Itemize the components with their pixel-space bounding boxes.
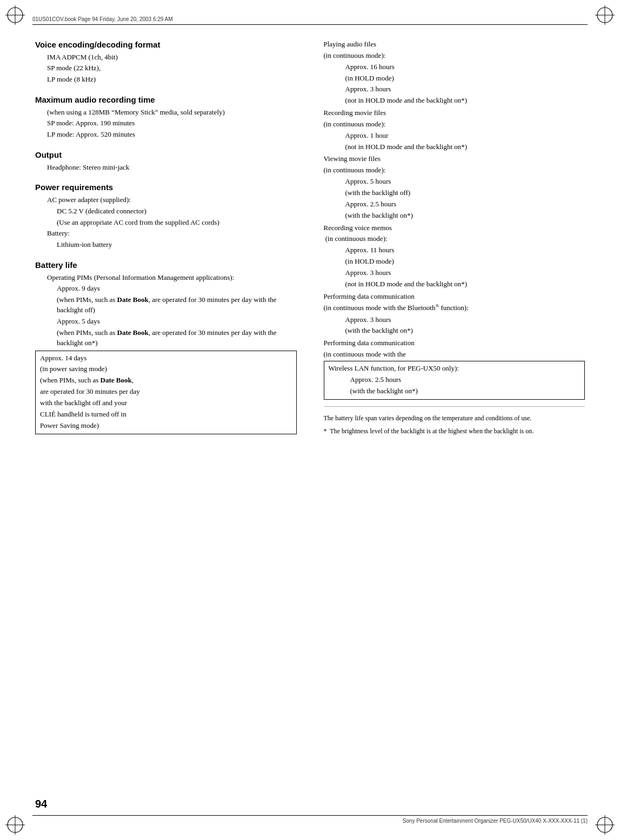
power-item-3: (Use an appropriate AC cord from the sup… <box>35 218 297 228</box>
section-power-title: Power requirements <box>35 182 297 193</box>
box-line-4: are operated for 30 minutes per day <box>40 387 292 397</box>
box-line-5: with the backlight off and your <box>40 398 292 408</box>
recording-voice-item-3: Approx. 3 hours <box>324 268 585 278</box>
voice-item-1: IMA ADPCM (1ch, 4bit) <box>35 52 297 63</box>
header-bar: 01US01COV.book Page 94 Friday, June 20, … <box>32 15 588 25</box>
left-column: Voice encoding/decoding format IMA ADPCM… <box>35 35 305 805</box>
footer-battery-note: The battery life span varies depending o… <box>324 413 585 423</box>
recording-movie-mode: (in continuous mode): <box>324 119 585 130</box>
viewing-movie-title: Viewing movie files <box>324 154 585 164</box>
battery-item-2: Approx. 9 days <box>35 284 297 294</box>
viewing-movie-item-4: (with the backlight on*) <box>324 211 585 221</box>
playing-audio-item-4: (not in HOLD mode and the backlight on*) <box>324 96 585 106</box>
voice-item-2: SP mode (22 kHz), <box>35 63 297 73</box>
power-item-5: Lithium-ion battery <box>35 240 297 250</box>
header-text: 01US01COV.book Page 94 Friday, June 20, … <box>32 16 173 22</box>
footer-bar: Sony Personal Entertainment Organizer PE… <box>32 815 588 825</box>
max-audio-item-2: SP mode: Approx. 190 minutes <box>35 118 297 129</box>
viewing-movie-item-2: (with the backlight off) <box>324 188 585 198</box>
battery-item-1: Operating PIMs (Personal Information Man… <box>35 273 297 283</box>
corner-mark-bl <box>4 814 26 836</box>
recording-voice-mode: (in continuous mode): <box>324 234 585 244</box>
battery-item-3: (when PIMs, such as Date Book, are opera… <box>35 295 297 315</box>
voice-item-3: LP mode (8 kHz) <box>35 75 297 85</box>
power-item-2: DC 5.2 V (dedicated connector) <box>35 206 297 217</box>
power-item-1: AC power adapter (supplied): <box>35 195 297 205</box>
max-audio-item-3: LP mode: Approx. 520 minutes <box>35 130 297 140</box>
wifi-box-line-1: Wireless LAN function, for PEG-UX50 only… <box>329 364 581 374</box>
recording-voice-title: Recording voice memos <box>324 223 585 233</box>
output-item-1: Headphone: Stereo mini-jack <box>35 163 297 173</box>
recording-voice-item-4: (not in HOLD mode and the backlight on*) <box>324 279 585 290</box>
content-area: Voice encoding/decoding format IMA ADPCM… <box>35 35 585 805</box>
perf-data-bluetooth-title: Performing data communication <box>324 292 585 302</box>
box-line-3: (when PIMs, such as Date Book, <box>40 375 292 386</box>
section-max-audio-title: Maximum audio recording time <box>35 95 297 105</box>
playing-audio-item-3: Approx. 3 hours <box>324 84 585 95</box>
corner-mark-tr <box>594 4 616 26</box>
box-line-2: (in power saving mode) <box>40 364 292 374</box>
viewing-movie-item-1: Approx. 5 hours <box>324 177 585 187</box>
power-item-4: Battery: <box>35 229 297 239</box>
playing-audio-title: Playing audio files <box>324 39 585 50</box>
separator-line <box>324 406 585 407</box>
perf-data-wifi-title: Performing data communication <box>324 338 585 348</box>
playing-audio-item-1: Approx. 16 hours <box>324 62 585 72</box>
recording-voice-item-1: Approx. 11 hours <box>324 245 585 256</box>
box-line-6: CLIÉ handheld is turned off in <box>40 409 292 420</box>
page-container: 01US01COV.book Page 94 Friday, June 20, … <box>0 0 620 840</box>
perf-data-bluetooth-item-2: (with the backlight on*) <box>324 326 585 336</box>
perf-data-bluetooth-item-1: Approx. 3 hours <box>324 315 585 325</box>
viewing-movie-mode: (in continuous mode): <box>324 165 585 176</box>
box-line-7: Power Saving mode) <box>40 421 292 431</box>
viewing-movie-item-3: Approx. 2.5 hours <box>324 199 585 210</box>
battery-item-5: (when PIMs, such as Date Book, are opera… <box>35 328 297 348</box>
recording-voice-item-2: (in HOLD mode) <box>324 257 585 267</box>
recording-movie-item-1: Approx. 1 hour <box>324 131 585 141</box>
box-line-1: Approx. 14 days <box>40 353 292 364</box>
footer-asterisk-note: * The brightness level of the backlight … <box>324 426 585 436</box>
battery-item-4: Approx. 5 days <box>35 317 297 327</box>
playing-audio-item-2: (in HOLD mode) <box>324 73 585 84</box>
corner-mark-tl <box>4 4 26 26</box>
recording-movie-title: Recording movie files <box>324 108 585 118</box>
section-voice-encoding-title: Voice encoding/decoding format <box>35 39 297 50</box>
right-column: Playing audio files (in continuous mode)… <box>321 35 585 805</box>
wifi-box-line-3: (with the backlight on*) <box>329 386 581 397</box>
footer-text: Sony Personal Entertainment Organizer PE… <box>403 818 588 824</box>
perf-data-wifi-mode-1: (in continuous mode with the <box>324 350 585 360</box>
max-audio-item-1: (when using a 128MB “Memory Stick” media… <box>35 107 297 118</box>
corner-mark-br <box>594 814 616 836</box>
wifi-boxed-item: Wireless LAN function, for PEG-UX50 only… <box>324 361 585 400</box>
page-number: 94 <box>35 798 47 810</box>
wifi-box-line-2: Approx. 2.5 hours <box>329 375 581 385</box>
perf-data-bluetooth-mode: (in continuous mode with the Bluetooth® … <box>324 303 585 313</box>
section-battery-title: Battery life <box>35 260 297 271</box>
section-output-title: Output <box>35 150 297 160</box>
playing-audio-mode: (in continuous mode): <box>324 51 585 61</box>
recording-movie-item-2: (not in HOLD mode and the backlight on*) <box>324 142 585 152</box>
battery-boxed-item: Approx. 14 days (in power saving mode) (… <box>35 351 297 435</box>
